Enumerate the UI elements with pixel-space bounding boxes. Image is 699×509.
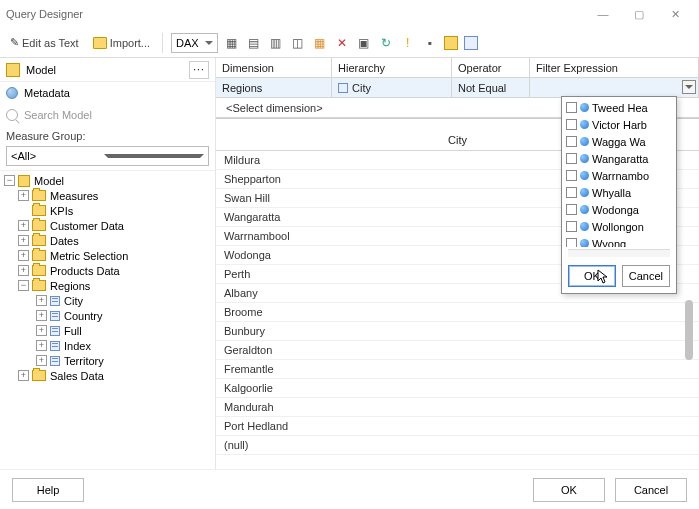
filter-value-item[interactable]: Wagga Wa (564, 133, 674, 150)
filter-value-item[interactable]: Warrnambo (564, 167, 674, 184)
checkbox[interactable] (566, 153, 577, 164)
toolbar-icon-9[interactable] (464, 36, 478, 50)
filter-value-label: Wollongon (592, 221, 672, 233)
col-operator[interactable]: Operator (452, 58, 530, 78)
help-button[interactable]: Help (12, 478, 84, 502)
filter-value-label: Wagga Wa (592, 136, 672, 148)
measure-group-select[interactable]: <All> (6, 146, 209, 166)
cancel-button[interactable]: Cancel (615, 478, 687, 502)
filter-hierarchy[interactable]: City (332, 78, 452, 98)
filter-value-item[interactable]: Wodonga (564, 201, 674, 218)
tree-territory[interactable]: +Territory (0, 353, 215, 368)
popup-ok-button[interactable]: OK (568, 265, 616, 287)
filter-value-label: Wangaratta (592, 153, 672, 165)
folder-icon (32, 280, 46, 291)
toolbar-icon-8[interactable] (444, 36, 458, 50)
toolbar-delete-icon[interactable]: ✕ (334, 35, 350, 51)
minimize-button[interactable]: — (585, 2, 621, 26)
ok-button[interactable]: OK (533, 478, 605, 502)
filter-value-label: Victor Harb (592, 119, 672, 131)
city-row[interactable]: Kalgoorlie (216, 379, 699, 398)
tree-measures[interactable]: +Measures (0, 188, 215, 203)
filter-value-label: Wyong (592, 238, 672, 248)
import-button[interactable]: Import... (89, 35, 154, 51)
field-icon (50, 296, 60, 306)
city-row[interactable]: Mandurah (216, 398, 699, 417)
member-icon (580, 188, 589, 197)
filter-value-item[interactable]: Wollongon (564, 218, 674, 235)
filter-value-item[interactable]: Victor Harb (564, 116, 674, 133)
tree-index[interactable]: +Index (0, 338, 215, 353)
popup-cancel-button[interactable]: Cancel (622, 265, 670, 287)
tree-full[interactable]: +Full (0, 323, 215, 338)
measure-group-value: <All> (11, 150, 104, 162)
tree-regions[interactable]: −Regions (0, 278, 215, 293)
tree-products-data[interactable]: +Products Data (0, 263, 215, 278)
filter-value-item[interactable]: Wangaratta (564, 150, 674, 167)
col-expression[interactable]: Filter Expression (530, 58, 699, 78)
cube-icon (18, 175, 30, 187)
checkbox[interactable] (566, 204, 577, 215)
toolbar-icon-6[interactable]: ▣ (356, 35, 372, 51)
filter-expression[interactable] (530, 78, 699, 98)
member-icon (580, 103, 589, 112)
window-title: Query Designer (6, 8, 585, 20)
chevron-down-icon (104, 154, 205, 158)
filter-dimension[interactable]: Regions (216, 78, 332, 98)
toolbar-icon-5[interactable]: ▦ (312, 35, 328, 51)
model-label: Model (26, 64, 189, 76)
edit-as-text-label: Edit as Text (22, 37, 79, 49)
toolbar-icon-7[interactable]: ▪ (422, 35, 438, 51)
city-row[interactable]: Geraldton (216, 341, 699, 360)
filter-value-item[interactable]: Tweed Hea (564, 99, 674, 116)
close-button[interactable]: ✕ (657, 2, 693, 26)
toolbar-icon-2[interactable]: ▤ (246, 35, 262, 51)
tree-country[interactable]: +Country (0, 308, 215, 323)
toolbar-icon-1[interactable]: ▦ (224, 35, 240, 51)
folder-icon (32, 265, 46, 276)
tree-kpis[interactable]: KPIs (0, 203, 215, 218)
popup-scrollbar[interactable] (568, 249, 670, 257)
city-row[interactable]: Port Hedland (216, 417, 699, 436)
checkbox[interactable] (566, 119, 577, 130)
hierarchy-icon (338, 83, 348, 93)
edit-as-text-button[interactable]: ✎ Edit as Text (6, 34, 83, 51)
toolbar-refresh-icon[interactable]: ↻ (378, 35, 394, 51)
checkbox[interactable] (566, 102, 577, 113)
language-select[interactable]: DAX (171, 33, 218, 53)
filter-values-popup: Tweed HeaVictor HarbWagga WaWangarattaWa… (561, 96, 677, 294)
col-dimension[interactable]: Dimension (216, 58, 332, 78)
tree-metric-selection[interactable]: +Metric Selection (0, 248, 215, 263)
checkbox[interactable] (566, 136, 577, 147)
vertical-scrollbar[interactable] (681, 80, 695, 469)
checkbox[interactable] (566, 238, 577, 247)
toolbar-warning-icon[interactable]: ! (400, 35, 416, 51)
folder-icon (32, 220, 46, 231)
city-row[interactable]: Bunbury (216, 322, 699, 341)
tree-customer-data[interactable]: +Customer Data (0, 218, 215, 233)
metadata-label: Metadata (24, 87, 70, 99)
search-input[interactable]: Search Model (0, 104, 215, 126)
search-placeholder: Search Model (24, 109, 92, 121)
chevron-down-icon (205, 41, 213, 45)
cube-icon (6, 63, 20, 77)
checkbox[interactable] (566, 170, 577, 181)
checkbox[interactable] (566, 221, 577, 232)
filter-value-item[interactable]: Whyalla (564, 184, 674, 201)
city-row[interactable]: (null) (216, 436, 699, 455)
col-hierarchy[interactable]: Hierarchy (332, 58, 452, 78)
filter-operator[interactable]: Not Equal (452, 78, 530, 98)
filter-value-item[interactable]: Wyong (564, 235, 674, 247)
city-row[interactable]: Broome (216, 303, 699, 322)
tree-sales-data[interactable]: +Sales Data (0, 368, 215, 383)
toolbar-icon-4[interactable]: ◫ (290, 35, 306, 51)
maximize-button[interactable]: ▢ (621, 2, 657, 26)
tree-root[interactable]: −Model (0, 173, 215, 188)
checkbox[interactable] (566, 187, 577, 198)
model-more-button[interactable]: ··· (189, 61, 209, 79)
toolbar-icon-3[interactable]: ▥ (268, 35, 284, 51)
tree-city[interactable]: +City (0, 293, 215, 308)
city-row[interactable]: Fremantle (216, 360, 699, 379)
tree-dates[interactable]: +Dates (0, 233, 215, 248)
language-label: DAX (176, 37, 199, 49)
